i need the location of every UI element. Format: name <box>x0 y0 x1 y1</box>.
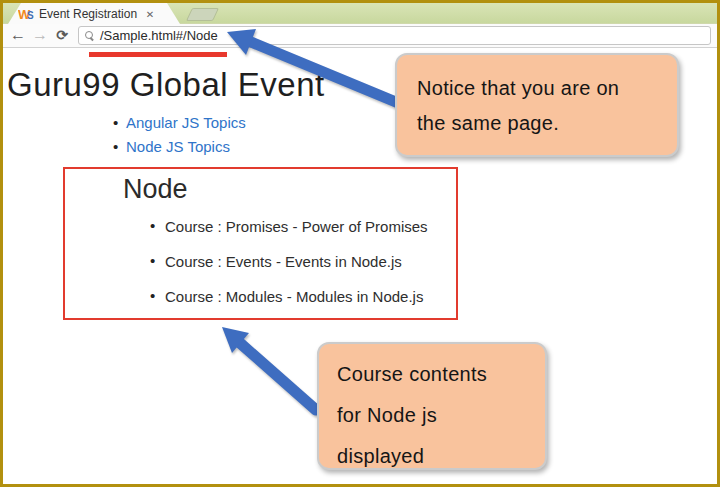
course-item: Course : Modules - Modules in Node.js <box>150 288 428 305</box>
node-section-heading: Node <box>123 174 188 205</box>
browser-window: W S Event Registration ✕ ← → ⟳ /Sample.h… <box>0 0 720 487</box>
list-item: Angular JS Topics <box>113 114 246 131</box>
topic-link-list: Angular JS Topics Node JS Topics <box>113 114 246 162</box>
course-item: Course : Events - Events in Node.js <box>150 253 428 270</box>
annotation-line: Course contents <box>337 354 545 395</box>
page-title: Guru99 Global Event <box>7 66 325 104</box>
svg-text:S: S <box>27 10 34 21</box>
search-icon <box>85 31 94 40</box>
new-tab-button[interactable] <box>186 8 219 21</box>
node-section-highlight-box: Node Course : Promises - Power of Promis… <box>63 167 458 320</box>
back-icon[interactable]: ← <box>8 25 28 45</box>
annotation-line: for Node js <box>337 395 545 436</box>
node-topics-link[interactable]: Node JS Topics <box>126 138 230 155</box>
course-list: Course : Promises - Power of Promises Co… <box>150 218 428 323</box>
guru99-favicon-icon: W S <box>18 7 34 21</box>
address-bar[interactable]: /Sample.html#/Node <box>78 26 711 45</box>
tab-strip: W S Event Registration ✕ <box>3 3 717 24</box>
forward-icon[interactable]: → <box>30 25 50 45</box>
tab-title: Event Registration <box>39 7 137 21</box>
list-item: Node JS Topics <box>113 138 246 155</box>
refresh-icon[interactable]: ⟳ <box>52 25 72 45</box>
page-content: Guru99 Global Event Angular JS Topics No… <box>3 48 717 481</box>
annotation-line: Notice that you are on <box>417 71 677 106</box>
annotation-line: the same page. <box>417 106 677 141</box>
browser-toolbar: ← → ⟳ /Sample.html#/Node <box>3 24 717 48</box>
tab-close-icon[interactable]: ✕ <box>143 7 157 21</box>
annotation-same-page: Notice that you are on the same page. <box>395 53 679 157</box>
url-highlight-underline <box>89 52 227 57</box>
annotation-line: displayed <box>337 436 545 477</box>
annotation-course-contents: Course contents for Node js displayed <box>317 342 547 470</box>
angular-topics-link[interactable]: Angular JS Topics <box>126 114 246 131</box>
course-item: Course : Promises - Power of Promises <box>150 218 428 235</box>
url-text[interactable]: /Sample.html#/Node <box>100 28 218 43</box>
